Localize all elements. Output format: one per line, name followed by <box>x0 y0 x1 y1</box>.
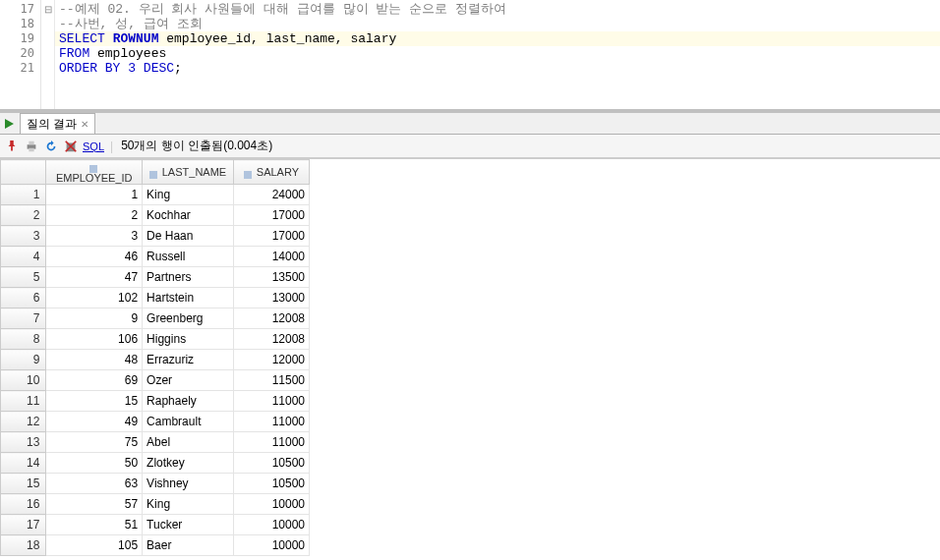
row-number-cell[interactable]: 7 <box>1 308 46 329</box>
table-row[interactable]: 22Kochhar17000 <box>1 205 310 226</box>
cell-employee-id[interactable]: 106 <box>46 329 143 350</box>
table-row[interactable]: 79Greenberg12008 <box>1 308 310 329</box>
cell-last-name[interactable]: Errazuriz <box>143 350 234 370</box>
row-number-cell[interactable]: 14 <box>1 453 46 474</box>
table-row[interactable]: 18105Baer10000 <box>1 535 310 556</box>
code-line[interactable]: ORDER BY 3 DESC; <box>55 61 940 76</box>
table-row[interactable]: 1450Zlotkey10500 <box>1 453 310 474</box>
table-row[interactable]: 1375Abel11000 <box>1 432 310 453</box>
cell-salary[interactable]: 10000 <box>233 515 309 535</box>
cell-employee-id[interactable]: 15 <box>46 391 143 412</box>
cell-employee-id[interactable]: 51 <box>46 515 143 535</box>
row-number-cell[interactable]: 11 <box>1 391 46 412</box>
column-header-employee-id[interactable]: EMPLOYEE_ID <box>46 160 143 185</box>
cell-employee-id[interactable]: 3 <box>46 226 143 247</box>
cell-salary[interactable]: 13500 <box>233 267 309 288</box>
cell-last-name[interactable]: Baer <box>143 535 234 556</box>
cell-salary[interactable]: 10500 <box>233 453 309 474</box>
cell-salary[interactable]: 12008 <box>233 308 309 329</box>
table-row[interactable]: 1751Tucker10000 <box>1 515 310 535</box>
cell-employee-id[interactable]: 47 <box>46 267 143 288</box>
cell-last-name[interactable]: Higgins <box>143 329 234 350</box>
cell-last-name[interactable]: King <box>143 185 234 205</box>
code-line[interactable]: SELECT ROWNUM employee_id, last_name, sa… <box>55 31 940 46</box>
code-line[interactable]: --사번, 성, 급여 조회 <box>55 17 940 31</box>
row-number-cell[interactable]: 10 <box>1 370 46 391</box>
cell-employee-id[interactable]: 49 <box>46 412 143 432</box>
cell-salary[interactable]: 11000 <box>233 391 309 412</box>
code-line[interactable]: --예제 02. 우리 회사 사원들에 대해 급여를 많이 받는 순으로 정렬하… <box>55 2 940 17</box>
cell-salary[interactable]: 17000 <box>233 205 309 226</box>
cell-last-name[interactable]: Zlotkey <box>143 453 234 474</box>
cell-last-name[interactable]: King <box>143 494 234 515</box>
table-row[interactable]: 1657King10000 <box>1 494 310 515</box>
cell-salary[interactable]: 12008 <box>233 329 309 350</box>
table-row[interactable]: 948Errazuriz12000 <box>1 350 310 370</box>
code-line[interactable]: FROM employees <box>55 46 940 61</box>
table-row[interactable]: 6102Hartstein13000 <box>1 288 310 308</box>
cell-employee-id[interactable]: 102 <box>46 288 143 308</box>
cell-last-name[interactable]: De Haan <box>143 226 234 247</box>
column-header-salary[interactable]: SALARY <box>233 160 309 185</box>
cell-salary[interactable]: 14000 <box>233 247 309 267</box>
cell-salary[interactable]: 12000 <box>233 350 309 370</box>
row-number-cell[interactable]: 5 <box>1 267 46 288</box>
refresh-icon[interactable] <box>43 139 59 154</box>
cell-salary[interactable]: 10500 <box>233 474 309 494</box>
row-number-cell[interactable]: 4 <box>1 247 46 267</box>
cell-employee-id[interactable]: 75 <box>46 432 143 453</box>
row-number-cell[interactable]: 1 <box>1 185 46 205</box>
cell-last-name[interactable]: Raphaely <box>143 391 234 412</box>
table-row[interactable]: 547Partners13500 <box>1 267 310 288</box>
table-row[interactable]: 446Russell14000 <box>1 247 310 267</box>
close-icon[interactable]: ✕ <box>81 119 88 130</box>
row-number-cell[interactable]: 12 <box>1 412 46 432</box>
sql-editor[interactable]: 1718192021 ⊟ --예제 02. 우리 회사 사원들에 대해 급여를 … <box>0 0 940 113</box>
table-row[interactable]: 11King24000 <box>1 185 310 205</box>
table-row[interactable]: 1069Ozer11500 <box>1 370 310 391</box>
cell-last-name[interactable]: Tucker <box>143 515 234 535</box>
row-number-cell[interactable]: 9 <box>1 350 46 370</box>
cell-last-name[interactable]: Abel <box>143 432 234 453</box>
cell-employee-id[interactable]: 105 <box>46 535 143 556</box>
cell-salary[interactable]: 10000 <box>233 535 309 556</box>
cell-employee-id[interactable]: 1 <box>46 185 143 205</box>
fold-marker[interactable]: ⊟ <box>41 2 54 17</box>
run-icon[interactable] <box>2 117 16 131</box>
cell-employee-id[interactable]: 69 <box>46 370 143 391</box>
cell-salary[interactable]: 11000 <box>233 432 309 453</box>
delete-icon[interactable] <box>63 139 79 154</box>
cell-employee-id[interactable]: 50 <box>46 453 143 474</box>
row-number-cell[interactable]: 18 <box>1 535 46 556</box>
cell-employee-id[interactable]: 46 <box>46 247 143 267</box>
table-row[interactable]: 1249Cambrault11000 <box>1 412 310 432</box>
table-row[interactable]: 33De Haan17000 <box>1 226 310 247</box>
column-header-last-name[interactable]: LAST_NAME <box>143 160 234 185</box>
cell-last-name[interactable]: Russell <box>143 247 234 267</box>
results-grid-wrap[interactable]: EMPLOYEE_ID LAST_NAME SALARY 11King24000… <box>0 158 940 556</box>
cell-salary[interactable]: 11500 <box>233 370 309 391</box>
cell-last-name[interactable]: Vishney <box>143 474 234 494</box>
row-number-cell[interactable]: 3 <box>1 226 46 247</box>
cell-employee-id[interactable]: 48 <box>46 350 143 370</box>
tab-query-result[interactable]: 질의 결과 ✕ <box>20 113 95 134</box>
results-grid[interactable]: EMPLOYEE_ID LAST_NAME SALARY 11King24000… <box>0 159 310 556</box>
sql-button[interactable]: SQL <box>83 140 104 152</box>
table-row[interactable]: 8106Higgins12008 <box>1 329 310 350</box>
row-number-cell[interactable]: 2 <box>1 205 46 226</box>
cell-salary[interactable]: 24000 <box>233 185 309 205</box>
cell-salary[interactable]: 10000 <box>233 494 309 515</box>
cell-salary[interactable]: 17000 <box>233 226 309 247</box>
cell-last-name[interactable]: Partners <box>143 267 234 288</box>
cell-employee-id[interactable]: 2 <box>46 205 143 226</box>
cell-last-name[interactable]: Greenberg <box>143 308 234 329</box>
print-icon[interactable] <box>24 139 39 154</box>
row-number-cell[interactable]: 15 <box>1 474 46 494</box>
row-number-cell[interactable]: 6 <box>1 288 46 308</box>
row-number-cell[interactable]: 8 <box>1 329 46 350</box>
table-row[interactable]: 1115Raphaely11000 <box>1 391 310 412</box>
row-number-cell[interactable]: 13 <box>1 432 46 453</box>
row-number-header[interactable] <box>1 160 46 185</box>
row-number-cell[interactable]: 16 <box>1 494 46 515</box>
cell-salary[interactable]: 11000 <box>233 412 309 432</box>
